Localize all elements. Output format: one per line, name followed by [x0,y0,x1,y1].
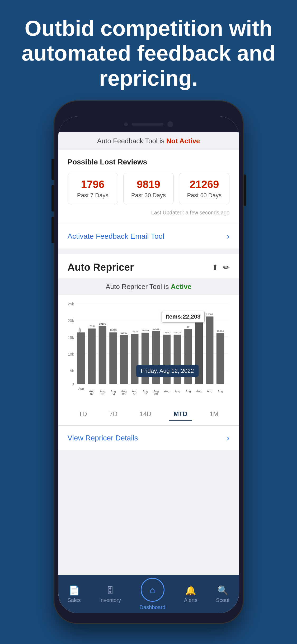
svg-text:20k: 20k [68,319,74,323]
stat-30days-number: 9819 [128,178,169,190]
tab-1m[interactable]: 1M [205,408,223,421]
nav-label-sales: Sales [68,597,81,603]
dashboard-icon: ⌂ [150,585,155,595]
svg-text:25k: 25k [68,302,74,306]
phone-notch [58,116,239,132]
svg-rect-15 [88,329,96,384]
tab-td[interactable]: TD [74,408,92,421]
stats-row: 1796 Past 7 Days 9819 Past 30 Days 21269… [68,173,230,204]
svg-text:03: 03 [101,393,104,396]
svg-text:5k: 5k [70,369,74,373]
stat-30days: 9819 Past 30 Days [123,173,174,204]
svg-rect-27 [120,335,128,384]
stat-7days: 1796 Past 7 Days [68,173,118,204]
svg-text:15k: 15k [68,335,74,340]
svg-text:15960: 15960 [163,331,170,334]
svg-text:Aug: Aug [207,390,212,393]
stat-30days-label: Past 30 Days [128,192,169,199]
feedback-section: Possible Lost Reviews 1796 Past 7 Days 9… [58,150,239,224]
share-icon[interactable]: ⬆ [212,263,218,272]
svg-text:Aug: Aug [218,390,223,393]
nav-item-inventory[interactable]: 🎛 Inventory [94,583,126,606]
screen-content: Auto Feedback Tool is Not Active Possibl… [58,132,239,575]
view-repricer-details-link[interactable]: View Repricer Details [68,434,138,442]
repricer-header: Auto Repricer ⬆ ✏ [58,254,239,278]
svg-text:16364: 16364 [217,329,224,332]
face-sensor [167,121,173,127]
repricer-action-icons: ⬆ ✏ [212,263,230,272]
feedback-status-banner: Auto Feedback Tool is Not Active [58,132,239,150]
svg-text:18184: 18184 [88,325,95,328]
svg-text:10k: 10k [68,352,74,356]
svg-rect-19 [98,326,106,384]
svg-text:22007: 22007 [206,313,213,316]
speaker [132,123,163,126]
scout-icon: 🔍 [217,585,228,596]
stat-7days-number: 1796 [72,178,114,190]
phone-screen: SellerMobile 👥 🇺🇸 💬 ⚙ Auto Feedback Tool… [58,116,239,613]
phone-mockup: SellerMobile 👥 🇺🇸 💬 ⚙ Auto Feedback Tool… [54,100,244,624]
power-button [244,174,246,206]
svg-text:16825: 16825 [110,329,116,332]
repricer-status-banner: Auto Repricer Tool is Active [58,278,239,295]
bar-chart: Items:22,203 25k 20k 15k 10k 5k 0 [66,300,231,401]
svg-text:02: 02 [90,393,93,396]
tab-14d[interactable]: 14D [135,408,156,421]
svg-text:06: 06 [133,393,136,396]
svg-text:07: 07 [144,393,147,396]
hero-section: Outbid competition with automated feedba… [0,16,297,91]
sales-icon: 📄 [69,585,80,596]
tab-mtd[interactable]: MTD [169,408,192,421]
svg-rect-58 [216,333,224,384]
nav-item-alerts[interactable]: 🔔 Alerts [179,582,203,606]
svg-text:16827: 16827 [79,328,82,334]
svg-text:18: 18 [187,325,189,328]
repricer-status-text: Auto Repricer Tool is [106,283,171,291]
nav-label-inventory: Inventory [99,597,121,603]
view-repricer-details-row[interactable]: View Repricer Details › [58,425,239,450]
repricer-chart-area: Items:22,203 25k 20k 15k 10k 5k 0 [58,295,239,403]
tooltip-label: Items: [166,313,183,320]
volume-up-button [51,159,54,180]
svg-text:08: 08 [154,393,158,396]
bottom-spacer [58,450,239,461]
date-tooltip: Friday, Aug 12, 2022 [136,365,199,377]
front-camera [124,122,128,126]
activate-feedback-row[interactable]: Activate Feedback Email Tool › [58,224,239,249]
volume-down-button [51,185,54,211]
svg-text:15867: 15867 [120,331,127,334]
svg-text:Aug: Aug [196,390,201,393]
stat-60days: 21269 Past 60 Days [179,173,229,204]
svg-text:Aug: Aug [175,390,180,393]
inventory-icon: 🎛 [106,585,115,596]
nav-label-scout: Scout [216,597,229,603]
stat-60days-number: 21269 [183,178,225,190]
time-range-tabs: TD 7D 14D MTD 1M [58,403,239,425]
nav-label-dashboard: Dashboard [140,604,166,610]
nav-item-dashboard[interactable]: ⌂ Dashboard [134,575,171,613]
svg-text:04: 04 [111,393,115,396]
silent-button [51,217,54,243]
dashboard-home-circle: ⌂ [141,578,164,602]
alerts-icon: 🔔 [185,585,196,596]
edit-icon[interactable]: ✏ [223,263,230,272]
nav-item-sales[interactable]: 📄 Sales [62,582,86,606]
nav-item-scout[interactable]: 🔍 Scout [211,582,235,606]
svg-rect-23 [109,332,117,384]
tab-7d[interactable]: 7D [105,408,122,421]
stat-7days-label: Past 7 Days [72,192,114,199]
hero-title: Outbid competition with automated feedba… [21,16,276,91]
svg-text:Aug: Aug [78,387,83,390]
view-details-chevron-icon: › [227,433,230,443]
svg-text:Aug: Aug [185,390,191,393]
feedback-section-title: Possible Lost Reviews [68,158,230,166]
svg-text:19199: 19199 [99,322,106,325]
svg-text:Aug: Aug [164,390,169,393]
svg-text:16125: 16125 [131,330,138,333]
svg-text:16560: 16560 [142,329,149,332]
activate-feedback-link[interactable]: Activate Feedback Email Tool [68,232,164,241]
activate-chevron-icon: › [227,231,230,241]
tooltip-value: 22,203 [183,313,200,320]
svg-rect-12 [77,332,85,384]
nav-label-alerts: Alerts [184,597,197,603]
